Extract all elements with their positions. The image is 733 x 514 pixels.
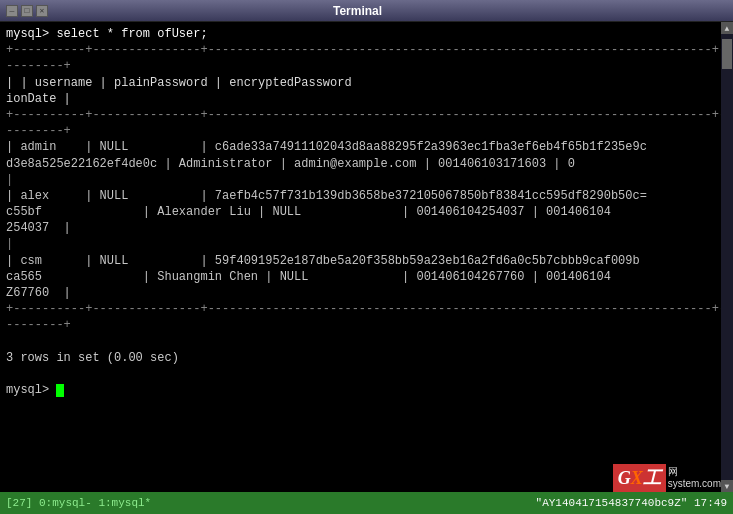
watermark-line2: system.com xyxy=(668,478,721,490)
scroll-up-button[interactable]: ▲ xyxy=(721,22,733,34)
separator-2: +----------+---------------+------------… xyxy=(6,107,715,139)
main-container: mysql> select * from ofUser; +----------… xyxy=(0,22,733,492)
scroll-down-button[interactable]: ▼ xyxy=(721,480,733,492)
separator-end2: --------+ xyxy=(6,317,715,333)
row2-line1: | alex | NULL | 7aefb4c57f731b139db3658b… xyxy=(6,188,715,204)
logo-g: G xyxy=(618,468,631,488)
row1-line2: d3e8a525e22162ef4de0c | Administrator | … xyxy=(6,156,715,172)
row3-line1: | csm | NULL | 59f4091952e187dbe5a20f358… xyxy=(6,253,715,269)
minimize-button[interactable]: — xyxy=(6,5,18,17)
mysql-prompt: mysql> xyxy=(6,383,56,397)
statusbar: [27] 0:mysql- 1:mysql* "AY14041715483774… xyxy=(0,492,733,514)
scroll-thumb[interactable] xyxy=(722,39,732,69)
result-line xyxy=(6,334,715,350)
row-count: 3 rows in set (0.00 sec) xyxy=(6,350,715,366)
scrollbar[interactable]: ▲ ▼ xyxy=(721,22,733,492)
terminal-output[interactable]: mysql> select * from ofUser; +----------… xyxy=(0,22,721,492)
col-username: | username | plainPassword | encryptedPa… xyxy=(20,76,721,90)
close-button[interactable]: ✕ xyxy=(36,5,48,17)
separator-3: | xyxy=(6,172,715,188)
header-row-1: | | username | plainPassword | encrypted… xyxy=(6,75,715,91)
separator-end1: +----------+---------------+------------… xyxy=(6,301,715,317)
header-row-2: ionDate | xyxy=(6,91,715,107)
logo-i: 工 xyxy=(643,468,661,488)
sql-command: mysql> select * from ofUser; xyxy=(6,26,715,42)
watermark-line1: 网 xyxy=(668,466,721,478)
statusbar-time-info: "AY140417154837740bc9Z" 17:49 xyxy=(536,497,727,509)
watermark-logo: GX工 xyxy=(613,464,666,492)
row3-line2: ca565 | Shuangmin Chen | NULL | 00140610… xyxy=(6,269,715,285)
row2-line2: c55bf | Alexander Liu | NULL | 001406104… xyxy=(6,204,715,220)
separator-1: +----------+---------------+------------… xyxy=(6,42,715,74)
row1-line1: | admin | NULL | c6ade33a74911102043d8aa… xyxy=(6,139,715,155)
titlebar-controls[interactable]: — □ ✕ xyxy=(6,5,48,17)
row3-line3: Z67760 | xyxy=(6,285,715,301)
watermark: GX工 网 system.com xyxy=(613,464,721,492)
watermark-site: 网 system.com xyxy=(668,466,721,490)
blank-line xyxy=(6,366,715,382)
statusbar-session-info: [27] 0:mysql- 1:mysql* xyxy=(6,497,151,509)
maximize-button[interactable]: □ xyxy=(21,5,33,17)
window-title: Terminal xyxy=(48,4,667,18)
row2-line3: 254037 | xyxy=(6,220,715,236)
prompt-line: mysql> xyxy=(6,382,715,398)
scroll-track[interactable] xyxy=(721,34,733,480)
logo-x: X xyxy=(631,468,643,488)
separator-4: | xyxy=(6,236,715,252)
titlebar: — □ ✕ Terminal xyxy=(0,0,733,22)
cursor xyxy=(56,384,64,397)
